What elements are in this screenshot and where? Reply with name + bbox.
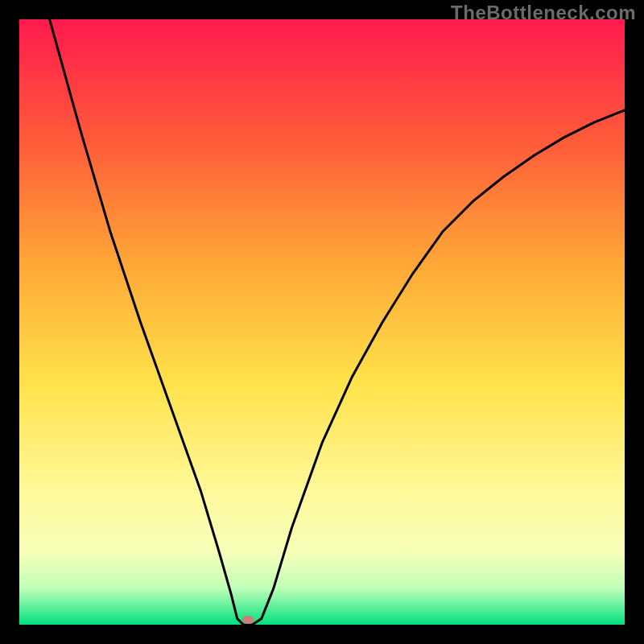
chart-frame: TheBottleneck.com (0, 0, 644, 644)
gradient-background (19, 19, 625, 625)
plot-area (19, 19, 625, 625)
chart-svg (19, 19, 625, 625)
optimum-marker (242, 616, 254, 624)
watermark-text: TheBottleneck.com (451, 2, 636, 24)
